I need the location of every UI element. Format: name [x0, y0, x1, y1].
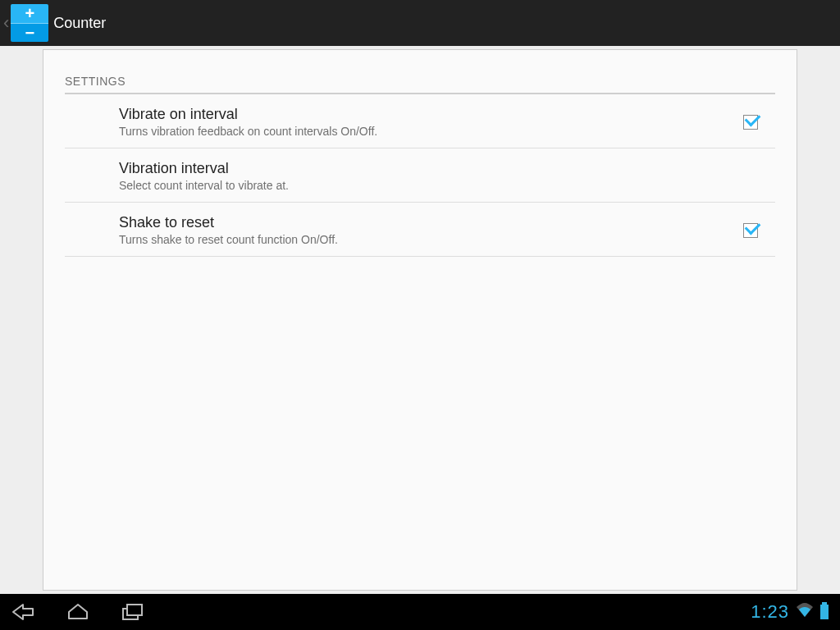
setting-row-vibration-interval[interactable]: Vibration interval Select count interval…	[65, 148, 775, 203]
setting-title: Shake to reset	[119, 214, 726, 231]
home-icon[interactable]	[66, 602, 90, 622]
setting-subtitle: Turns vibration feedback on count interv…	[119, 125, 726, 138]
checkbox-shake-to-reset[interactable]	[743, 223, 758, 238]
battery-icon	[820, 605, 829, 619]
setting-title: Vibrate on interval	[119, 106, 726, 123]
setting-row-vibrate-on-interval[interactable]: Vibrate on interval Turns vibration feed…	[65, 94, 775, 148]
content-stage: SETTINGS Vibrate on interval Turns vibra…	[0, 46, 840, 594]
action-bar: ‹ + − Counter	[0, 0, 840, 46]
plus-icon: +	[11, 4, 48, 24]
settings-panel: SETTINGS Vibrate on interval Turns vibra…	[43, 49, 797, 591]
checkbox-vibrate-on-interval[interactable]	[743, 115, 758, 130]
app-title: Counter	[53, 15, 106, 32]
setting-row-shake-to-reset[interactable]: Shake to reset Turns shake to reset coun…	[65, 203, 775, 257]
setting-subtitle: Select count interval to vibrate at.	[119, 179, 726, 192]
wifi-icon	[796, 603, 814, 621]
back-icon[interactable]	[11, 602, 36, 622]
setting-subtitle: Turns shake to reset count function On/O…	[119, 233, 726, 246]
app-icon[interactable]: + −	[11, 4, 48, 42]
settings-section-header: SETTINGS	[65, 75, 775, 94]
recents-icon[interactable]	[120, 602, 144, 622]
minus-icon: −	[11, 24, 48, 42]
svg-rect-1	[127, 605, 142, 615]
back-caret-icon[interactable]: ‹	[3, 12, 11, 34]
system-nav-bar: 1:23	[0, 594, 840, 630]
setting-title: Vibration interval	[119, 160, 726, 177]
status-clock[interactable]: 1:23	[751, 601, 789, 623]
